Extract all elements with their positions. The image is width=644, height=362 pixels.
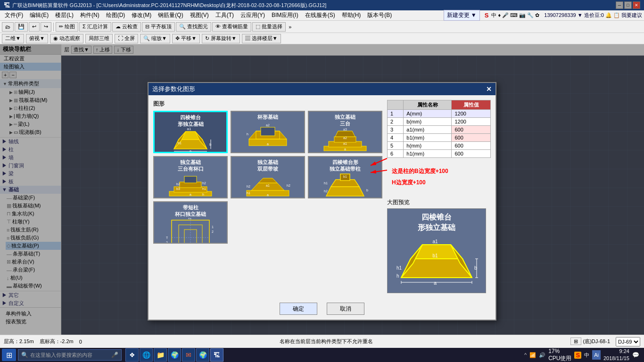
menu-floor[interactable]: 楼层(L) xyxy=(52,10,76,20)
shape-svg-2: a2 a h xyxy=(242,123,294,148)
start-button[interactable]: ⊞ xyxy=(2,349,16,361)
menu-view[interactable]: 视图(V) xyxy=(187,10,212,20)
toolbar-cloud-check[interactable]: ☁ 云检查 xyxy=(112,22,141,32)
shape-item-2[interactable]: 杯形基础 a2 a xyxy=(231,111,305,153)
preview-box: 四棱锥台形独立基础 a1 b1 a xyxy=(387,208,486,293)
user-info: 13907298339 ▼ 造价豆:0 🔔 📋 我要建议 xyxy=(544,12,642,19)
toolbar-find-elem[interactable]: 🔍 查找图元 xyxy=(176,22,211,32)
menu-online[interactable]: 在线服务(S) xyxy=(302,10,338,20)
taskbar-app-active[interactable]: 🏗 xyxy=(210,348,223,362)
component-select[interactable]: DJ-69 xyxy=(616,337,640,346)
svg-text:x1: x1 xyxy=(188,218,192,220)
component-prev-name: (底)DJ-68-1 xyxy=(583,338,610,344)
toolbar-batch-select[interactable]: ⬚ 批量选择 xyxy=(252,22,286,32)
toolbar-save[interactable]: 💾 xyxy=(15,22,28,32)
shape-svg-3: a3 a2 a1 a xyxy=(319,127,371,153)
shape-item-7[interactable]: 带短柱杯口独立基础 T xyxy=(153,201,228,244)
window-controls[interactable]: ─ □ ✕ xyxy=(616,1,640,9)
props-idx-2: 2 xyxy=(388,118,404,126)
toolbar-level-board[interactable]: ⊟ 平齐板顶 xyxy=(142,22,175,32)
menu-rebar[interactable]: 钢筋量(Q) xyxy=(155,10,186,20)
props-val-5: 600 xyxy=(452,142,491,150)
view-local3d[interactable]: 局部三维 xyxy=(85,34,113,43)
taskbar-app-5[interactable]: ✉ xyxy=(182,348,195,362)
annotation-line2: H边宽度+100 xyxy=(392,179,426,186)
dialog-shape-select: 选择参数化图形 ✕ 图形 四棱锥台形独立基础 xyxy=(148,82,496,321)
menu-file[interactable]: 文件(F) xyxy=(2,10,26,20)
toolbar-view-rebar[interactable]: 👁 查看钢筋量 xyxy=(212,22,251,32)
props-val-3: 600 xyxy=(452,126,491,134)
props-name-4: b1(mm) xyxy=(404,134,452,142)
svg-text:h1: h1 xyxy=(396,265,402,271)
shape-svg-7: T 2 1 2 a x x1 xyxy=(165,218,216,244)
view-orbit[interactable]: ◉ 动态观察 xyxy=(50,34,83,43)
toolbar-redo[interactable]: ↪ xyxy=(41,22,51,32)
menu-cloud[interactable]: 云应用(Y) xyxy=(238,10,268,20)
annotation-text: 这是柱的B边宽度+100 H边宽度+100 xyxy=(387,165,491,188)
svg-text:T: T xyxy=(166,236,168,239)
maximize-button[interactable]: □ xyxy=(624,1,632,9)
taskbar-app-3[interactable]: 📁 xyxy=(154,348,167,362)
dialog-close-button[interactable]: ✕ xyxy=(486,85,492,93)
menu-modify[interactable]: 修改(M) xyxy=(129,10,154,20)
ime-toolbar: 中 ♦ 🎤 ⌨ 📷 🔧 ✿ xyxy=(491,12,539,19)
shape-item-4[interactable]: 独立基础三台有杯口 b3 b2 a h2 xyxy=(153,156,228,198)
view-fullscreen[interactable]: ⛶ 全屏 xyxy=(115,34,138,43)
taskbar-app-4[interactable]: 🌍 xyxy=(168,348,181,362)
shape-label-6: 四棱锥台形独立基础带柱 xyxy=(330,159,361,173)
view-top[interactable]: 俯视▼ xyxy=(26,34,48,43)
toolbar-undo[interactable]: ↩ xyxy=(29,22,40,32)
shape-label-5: 独立基础双层带坡 xyxy=(257,159,278,173)
toolbar-new[interactable]: 🗁 xyxy=(2,22,14,32)
dialog-title-text: 选择参数化图形 xyxy=(152,85,195,93)
minimize-button[interactable]: ─ xyxy=(616,1,623,9)
notification-icon[interactable]: 💬 xyxy=(632,352,639,358)
preview-title: 四棱锥台形独立基础 xyxy=(418,212,455,233)
view-rotate-screen[interactable]: ↻ 屏幕旋转▼ xyxy=(202,34,240,43)
taskbar-app-1[interactable]: ❖ xyxy=(125,348,139,362)
shape-svg-4: b3 b2 a h2 h1 h xyxy=(165,173,216,198)
svg-text:b3: b3 xyxy=(176,187,180,190)
props-idx-5: 5 xyxy=(388,142,404,150)
menu-bim[interactable]: BIM应用(I) xyxy=(269,10,301,20)
props-row-3: 3 a1(mm) 600 xyxy=(388,126,491,134)
status-message: 名称在当前层当前构件类型下不允许重名 xyxy=(88,338,565,345)
toolbar-more[interactable]: » xyxy=(287,24,293,30)
menu-help[interactable]: 帮助(H) xyxy=(339,10,364,20)
view-zoom[interactable]: 🔍 缩放▼ xyxy=(140,34,170,43)
dialog-cancel-button[interactable]: 取消 xyxy=(327,303,364,315)
svg-marker-38 xyxy=(258,178,277,183)
menu-new-change[interactable]: 新建变更 ▼ xyxy=(444,10,480,21)
close-button[interactable]: ✕ xyxy=(633,1,640,9)
view-2d[interactable]: 二维▼ xyxy=(2,34,24,43)
menu-component[interactable]: 构件(N) xyxy=(77,10,102,20)
menu-version[interactable]: 版本号(B) xyxy=(364,10,395,20)
menu-draw[interactable]: 绘图(D) xyxy=(103,10,128,20)
sep1 xyxy=(53,23,54,31)
tray-arrow[interactable]: ^ xyxy=(524,352,527,358)
toolbar-draw[interactable]: ✏ 绘图 xyxy=(56,22,78,32)
shape-label-7: 带短柱杯口独立基础 xyxy=(175,204,206,218)
dialog-confirm-button[interactable]: 确定 xyxy=(280,303,317,315)
sogo-tray-icon: S xyxy=(574,352,581,359)
shape-item-3[interactable]: 独立基础三台 a3 a2 xyxy=(308,111,382,153)
taskbar-app-6[interactable]: 🌍 xyxy=(196,348,209,362)
props-table: 属性名称 属性值 1 A(mm) 1200 2 xyxy=(387,100,491,158)
taskbar-app-2[interactable]: 🌐 xyxy=(140,348,153,362)
ime-indicator[interactable]: Ai xyxy=(592,350,601,360)
clock[interactable]: 9:24 2018/11/15 xyxy=(603,348,629,362)
search-box[interactable]: 🔍 在这里输入你要搜索的内容 🎤 xyxy=(18,349,122,361)
toolbar-calc[interactable]: Σ 汇总计算 xyxy=(79,22,111,32)
menu-tools[interactable]: 工具(T) xyxy=(213,10,237,20)
svg-text:1: 1 xyxy=(212,225,214,229)
view-pan[interactable]: ✥ 平移▼ xyxy=(172,34,200,43)
menu-edit[interactable]: 编辑(E) xyxy=(27,10,51,20)
app-icon: 🏗 xyxy=(4,1,10,9)
shape-item-5[interactable]: 独立基础双层带坡 a a1 h2 h1 h xyxy=(231,156,305,198)
lang-indicator[interactable]: 中 xyxy=(584,352,589,359)
svg-text:a: a xyxy=(434,280,437,286)
svg-text:b1: b1 xyxy=(343,175,347,178)
app-icon-active: 🏗 xyxy=(214,351,220,359)
shape-item-1[interactable]: 四棱锥台形独立基础 a1 h1 xyxy=(153,111,228,153)
view-select-floor[interactable]: ▤ 选择楼层▼ xyxy=(242,34,281,43)
